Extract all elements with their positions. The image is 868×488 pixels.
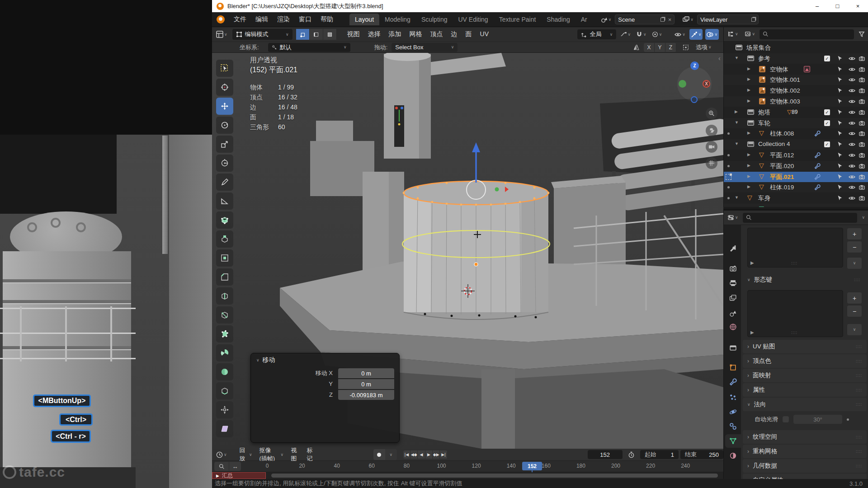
eye-icon[interactable] [849, 195, 855, 202]
box-select-tool-button[interactable] [216, 60, 233, 77]
expander-icon[interactable]: ▼ [735, 120, 739, 125]
specials-dropdown[interactable]: ∨ [847, 257, 862, 269]
shape-keys-panel-header[interactable]: ∨ 形态键 :::: [747, 276, 860, 284]
expand-arrow-icon[interactable]: ▶ [750, 260, 754, 265]
expander-icon[interactable]: ▶ [747, 184, 750, 189]
object-name[interactable]: 平面.012 [770, 151, 794, 160]
camera-icon[interactable] [859, 130, 865, 137]
camera-icon[interactable] [859, 174, 865, 180]
selectable-pointer-icon[interactable] [837, 98, 843, 104]
eye-icon[interactable] [849, 66, 855, 73]
shrink-fatten-tool-button[interactable] [216, 401, 233, 418]
panel-grip[interactable]: :::: [856, 373, 862, 378]
axis-minus-z-ball[interactable] [691, 96, 698, 103]
current-frame-badge[interactable]: 152 [522, 462, 542, 470]
viewport-menu-面[interactable]: 面 [462, 29, 476, 40]
camera-icon[interactable] [859, 87, 865, 94]
eye-icon[interactable] [849, 163, 855, 169]
expander-icon[interactable]: ▶ [735, 109, 738, 114]
outliner-row-车轮[interactable]: ▼车轮✓ [724, 118, 868, 128]
visibility-checkbox[interactable]: ✓ [824, 109, 830, 115]
auto-keyframe-record-button[interactable] [373, 449, 385, 460]
menu-文件[interactable]: 文件 [229, 14, 251, 25]
mirror-y-toggle[interactable]: Y [655, 43, 665, 52]
output-properties-tab[interactable] [725, 276, 741, 290]
maximize-button[interactable]: □ [827, 0, 848, 12]
camera-icon[interactable] [859, 109, 865, 116]
menu-渲染[interactable]: 渲染 [273, 14, 294, 25]
shape-keys-list[interactable]: ▶ :::: [747, 290, 843, 337]
viewlayer-name-field[interactable]: ViewLayer [697, 14, 759, 24]
object-name[interactable]: 平面.021 [770, 173, 794, 181]
camera-icon[interactable] [859, 195, 865, 202]
object-name[interactable]: 车身 [758, 194, 770, 202]
scene-datablock-icon[interactable]: ∨ [599, 15, 613, 24]
visibility-checkbox[interactable]: ✓ [824, 56, 830, 61]
cursor-tool-button[interactable] [216, 79, 233, 96]
material-properties-tab[interactable] [725, 449, 741, 462]
expander-icon[interactable]: ▶ [747, 88, 750, 92]
axis-z-ball[interactable]: Z [690, 61, 699, 70]
menu-编辑[interactable]: 编辑 [251, 14, 273, 25]
viewlayer-icon[interactable]: ∨ [681, 15, 695, 24]
selectable-pointer-icon[interactable] [837, 184, 843, 190]
face-select-button[interactable] [323, 29, 337, 40]
viewport-menu-选择[interactable]: 选择 [364, 29, 385, 40]
close-button[interactable]: × [848, 0, 868, 12]
outliner-row-车身[interactable]: ▼▽车身 [724, 193, 868, 203]
selectable-pointer-icon[interactable] [837, 76, 843, 83]
object-name[interactable]: 平面.020 [770, 162, 794, 170]
object-name[interactable]: 场景集合 [746, 44, 771, 52]
world-properties-tab[interactable] [725, 320, 741, 333]
next-keyframe-button[interactable]: ◆▶ [433, 450, 440, 459]
outliner-row-空物体.002[interactable]: ▶空物体.002 [724, 85, 868, 96]
eye-icon[interactable] [849, 130, 855, 137]
jump-to-start-button[interactable]: |◀ [403, 450, 410, 459]
blender-app-menu-icon[interactable] [217, 15, 225, 23]
object-name[interactable]: 空物体.003 [770, 98, 800, 106]
annotate-tool-button[interactable] [216, 174, 233, 191]
outliner-editor-icon[interactable]: ∨ [726, 30, 740, 38]
timeline-editor-icon[interactable]: ∨ [214, 450, 229, 459]
eye-icon[interactable] [849, 109, 855, 116]
current-frame-field[interactable]: 152 [588, 450, 623, 459]
show-object-types-icon[interactable]: ∨ [673, 29, 687, 40]
spin-tool-button[interactable] [216, 344, 233, 361]
tool-properties-tab[interactable] [725, 241, 741, 255]
outliner-row-空物体.001[interactable]: ▶空物体.001 [724, 75, 868, 85]
properties-search-input[interactable] [743, 213, 858, 223]
zoom-icon[interactable] [706, 108, 717, 119]
panel-grip[interactable]: :::: [856, 402, 862, 407]
summary-tab[interactable]: ▶ 汇总 [212, 472, 266, 479]
expander-icon[interactable]: ▶ [747, 66, 750, 71]
play-button[interactable]: ▶ [425, 450, 433, 459]
expand-arrow-icon[interactable]: ▶ [750, 330, 754, 335]
panel-grip[interactable]: :::: [854, 277, 860, 282]
viewport-menu-添加[interactable]: 添加 [385, 29, 406, 40]
selectable-pointer-icon[interactable] [837, 152, 843, 158]
camera-icon[interactable] [859, 66, 865, 73]
outliner-row-平面.021[interactable]: ▶▽平面.021 [724, 172, 868, 182]
physics-properties-tab[interactable] [725, 405, 741, 418]
jump-to-end-button[interactable]: ▶| [440, 450, 447, 459]
close-icon[interactable]: × [668, 16, 672, 23]
add-button[interactable]: + [847, 228, 862, 240]
object-name[interactable]: 空物体 [770, 66, 788, 74]
menu-帮助[interactable]: 帮助 [316, 14, 338, 25]
keying-set-dropdown[interactable]: ∨ [385, 449, 397, 460]
ruler-zoom-icon[interactable] [214, 462, 229, 471]
prev-keyframe-button[interactable]: ◀◆ [410, 450, 418, 459]
particles-properties-tab[interactable] [725, 390, 741, 404]
vertex-select-button[interactable] [296, 29, 310, 40]
filter-icon[interactable] [857, 30, 867, 38]
eye-icon[interactable] [849, 55, 855, 62]
eye-icon[interactable] [849, 152, 855, 159]
proportional-edit-icon[interactable]: ∨ [651, 29, 664, 40]
move-z-field[interactable]: -0.009183 m [338, 390, 394, 400]
visibility-checkbox[interactable]: ✓ [824, 120, 830, 126]
panel-UV 贴图[interactable]: ›UV 贴图:::: [743, 340, 867, 353]
camera-icon[interactable] [859, 141, 865, 148]
knife-tool-button[interactable] [216, 306, 233, 324]
bevel-tool-button[interactable] [216, 268, 233, 286]
camera-icon[interactable] [859, 98, 865, 105]
